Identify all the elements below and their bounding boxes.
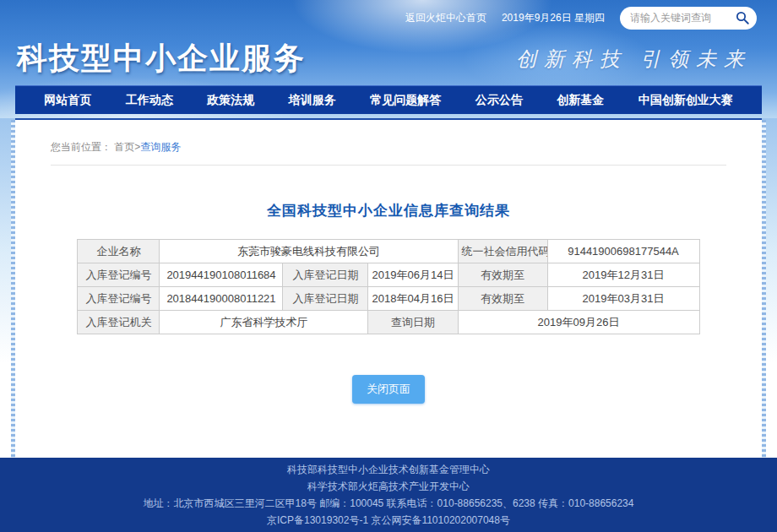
breadcrumb-label: 您当前位置： <box>51 141 111 153</box>
banner-title-row: 科技型中小企业服务 创新科技 引领未来 <box>0 35 777 82</box>
registration-authority-label: 入库登记机关 <box>78 311 160 334</box>
page-footer: 科技部科技型中小企业技术创新基金管理中心 科学技术部火炬高技术产业开发中心 地址… <box>0 458 777 532</box>
table-row: 入库登记编号 201944190108011684 入库登记日期 2019年06… <box>78 263 699 287</box>
top-utility-bar: 返回火炬中心首页 2019年9月26日 星期四 <box>0 0 777 35</box>
search-box[interactable] <box>620 7 757 30</box>
nav-item-announcements[interactable]: 公示公告 <box>475 93 523 108</box>
enterprise-name-label: 企业名称 <box>78 240 160 263</box>
registration-no-label: 入库登记编号 <box>78 263 160 287</box>
breadcrumb-home-link[interactable]: 首页 <box>114 141 134 153</box>
nav-item-innovation-fund[interactable]: 创新基金 <box>557 93 604 108</box>
registration-no-value: 201844190008011221 <box>160 287 283 311</box>
query-date-label: 查询日期 <box>368 311 458 334</box>
current-date: 2019年9月26日 星期四 <box>502 11 605 25</box>
main-nav: 网站首页 工作动态 政策法规 培训服务 常见问题解答 公示公告 创新基金 中国创… <box>15 85 762 114</box>
query-result-title: 全国科技型中小企业信息库查询结果 <box>15 201 762 220</box>
valid-until-value: 2019年03月31日 <box>547 287 699 311</box>
valid-until-value: 2019年12月31日 <box>547 263 699 287</box>
query-result-table: 企业名称 东莞市骏豪电线科技有限公司 统一社会信用代码 914419006981… <box>77 239 699 334</box>
close-page-button[interactable]: 关闭页面 <box>352 375 425 404</box>
table-row: 入库登记机关 广东省科学技术厅 查询日期 2019年09月26日 <box>78 311 699 334</box>
registration-no-label: 入库登记编号 <box>78 287 160 311</box>
footer-org-line-2: 科学技术部火炬高技术产业开发中心 <box>307 480 470 493</box>
nav-item-faq[interactable]: 常见问题解答 <box>370 93 441 108</box>
registration-date-value: 2019年06月14日 <box>368 263 458 287</box>
search-icon[interactable] <box>735 10 750 25</box>
registration-authority-value: 广东省科学技术厅 <box>160 311 368 334</box>
enterprise-name-value: 东莞市骏豪电线科技有限公司 <box>160 240 458 263</box>
header-banner: 返回火炬中心首页 2019年9月26日 星期四 科技型中小企业服务 创新科技 引… <box>0 0 777 118</box>
credit-code-value: 91441900698177544A <box>547 240 699 263</box>
nav-item-policies[interactable]: 政策法规 <box>207 93 254 108</box>
footer-org-line-1: 科技部科技型中小企业技术创新基金管理中心 <box>287 464 490 476</box>
button-row: 关闭页面 <box>15 375 762 404</box>
query-date-value: 2019年09月26日 <box>458 311 699 334</box>
breadcrumb-current-link[interactable]: 查询服务 <box>140 141 181 153</box>
site-title: 科技型中小企业服务 <box>17 38 306 79</box>
registration-date-value: 2018年04月16日 <box>368 287 458 311</box>
registration-date-label: 入库登记日期 <box>283 263 368 287</box>
nav-item-work-news[interactable]: 工作动态 <box>126 93 173 108</box>
content-panel: 您当前位置： 首页>查询服务 全国科技型中小企业信息库查询结果 企业名称 东莞市… <box>15 118 762 458</box>
credit-code-label: 统一社会信用代码 <box>458 240 547 263</box>
table-row: 企业名称 东莞市骏豪电线科技有限公司 统一社会信用代码 914419006981… <box>78 240 699 263</box>
breadcrumb-divider <box>51 165 726 166</box>
registration-no-value: 201944190108011684 <box>160 263 283 287</box>
registration-date-label: 入库登记日期 <box>283 287 368 311</box>
valid-until-label: 有效期至 <box>458 263 547 287</box>
valid-until-label: 有效期至 <box>458 287 547 311</box>
nav-item-innovation-contest[interactable]: 中国创新创业大赛 <box>638 93 733 108</box>
search-input[interactable] <box>630 12 735 24</box>
banner-slogan: 创新科技 引领未来 <box>516 46 752 73</box>
table-row: 入库登记编号 201844190008011221 入库登记日期 2018年04… <box>78 287 699 311</box>
breadcrumb: 您当前位置： 首页>查询服务 <box>15 120 762 155</box>
footer-contact-line: 地址：北京市西城区三里河二区甲18号 邮编：100045 联系电话：010-88… <box>144 497 634 510</box>
torch-home-link[interactable]: 返回火炬中心首页 <box>405 11 486 25</box>
footer-icp-line: 京ICP备13019302号-1 京公网安备11010202007048号 <box>267 514 510 527</box>
nav-item-training[interactable]: 培训服务 <box>289 93 336 108</box>
nav-item-home[interactable]: 网站首页 <box>44 93 91 108</box>
